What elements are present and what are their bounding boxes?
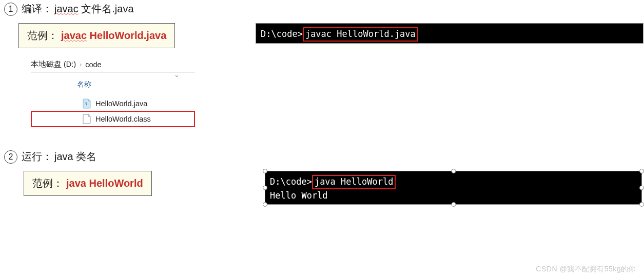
title-label: 编译：	[22, 2, 52, 16]
terminal-command-highlight: java HelloWorld	[312, 175, 396, 189]
example-label: 范例：	[27, 29, 58, 43]
example-command: javac HelloWorld.java	[61, 30, 166, 42]
circled-number-1: 1	[4, 3, 17, 16]
blank-file-icon	[82, 114, 91, 124]
column-header-name[interactable]: 名称	[77, 80, 195, 89]
file-row[interactable]: HelloWorld.java	[31, 96, 195, 111]
watermark: CSDN @我不配拥有55kg的你	[536, 265, 636, 274]
circled-number-2: 2	[4, 150, 17, 164]
chevron-right-icon: ›	[80, 61, 82, 68]
section-compile: 1 编译： javac 文件名.java 范例： javac HelloWorl…	[0, 0, 644, 127]
file-row-highlighted[interactable]: HelloWorld.class	[31, 111, 195, 127]
terminal-prompt: D:\code>	[261, 29, 303, 39]
section-run: 2 运行： java 类名 范例： java HelloWorld D:\cod…	[0, 150, 644, 205]
section-title-run: 2 运行： java 类名	[4, 150, 644, 164]
selection-handle-icon[interactable]	[451, 202, 456, 207]
terminal-run: D:\code>java HelloWorld Hello World	[265, 171, 642, 205]
selection-handle-icon[interactable]	[263, 202, 267, 207]
terminal-compile: D:\code>javac HelloWorld.java	[256, 23, 643, 44]
selection-handle-icon[interactable]	[451, 169, 456, 173]
terminal-command-highlight: javac HelloWorld.java	[303, 27, 418, 42]
breadcrumb-folder[interactable]: code	[85, 61, 101, 69]
file-explorer: 本地磁盘 (D:) › code ⌄ 名称 HelloWorld.java	[31, 60, 195, 127]
java-file-icon	[82, 98, 91, 109]
example-command: java HelloWorld	[66, 178, 143, 189]
breadcrumb-disk[interactable]: 本地磁盘 (D:)	[31, 60, 76, 69]
file-name: HelloWorld.java	[95, 100, 147, 108]
terminal-output: Hello World	[270, 189, 637, 203]
selection-handle-icon[interactable]	[263, 186, 267, 190]
example-label: 范例：	[32, 176, 63, 190]
file-name: HelloWorld.class	[95, 115, 151, 123]
chevron-down-icon[interactable]: ⌄	[174, 71, 180, 78]
section-title-compile: 1 编译： javac 文件名.java	[4, 2, 644, 16]
terminal-prompt: D:\code>	[270, 176, 312, 187]
example-box-run: 范例： java HelloWorld	[24, 171, 152, 196]
title-command: javac 文件名.java	[54, 2, 134, 16]
selection-handle-icon[interactable]	[639, 202, 644, 207]
selection-handle-icon[interactable]	[263, 169, 267, 173]
title-command: java 类名	[54, 150, 96, 164]
selection-handle-icon[interactable]	[639, 169, 644, 173]
selection-handle-icon[interactable]	[639, 186, 644, 190]
title-label: 运行：	[22, 150, 52, 164]
example-box-compile: 范例： javac HelloWorld.java	[18, 23, 175, 48]
breadcrumb: 本地磁盘 (D:) › code ⌄	[31, 60, 195, 73]
